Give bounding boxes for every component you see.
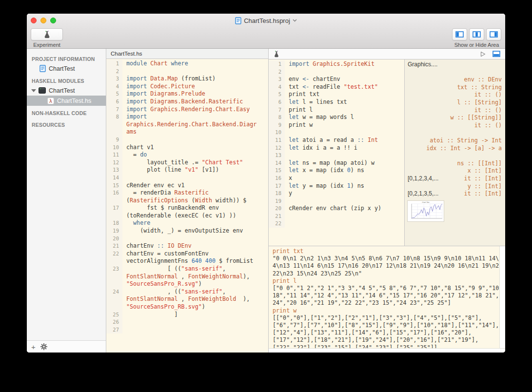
editor-tab[interactable]: ChartTest.hs bbox=[106, 49, 268, 59]
code-text[interactable]: print txt bbox=[285, 91, 404, 98]
code-text[interactable]: print l bbox=[285, 106, 404, 114]
code-text[interactable] bbox=[122, 174, 259, 182]
code-text[interactable]: import Diagrams.Prelude bbox=[122, 90, 259, 98]
code-text[interactable]: , (("sans-serif", FontSlantNormal , Font… bbox=[122, 288, 259, 311]
code-text[interactable]: x bbox=[285, 175, 404, 182]
code-text[interactable]: cRender env ec v1 bbox=[122, 182, 259, 190]
result-type: l :: [String] bbox=[457, 99, 502, 107]
editor-tab-label: ChartTest.hs bbox=[111, 51, 142, 57]
toggle-bottom-panel-button[interactable] bbox=[493, 51, 500, 57]
chart-thumbnail[interactable]: Chart Test bbox=[408, 201, 444, 221]
code-text[interactable]: (width, _) = envOutputSize env bbox=[122, 227, 259, 235]
code-text[interactable]: [ (("sans-serif", FontSlantNormal , Font… bbox=[122, 265, 259, 288]
code-text[interactable]: chart v1 bbox=[122, 144, 259, 152]
code-text[interactable]: import Diagrams.Backend.Rasterific bbox=[122, 98, 259, 106]
code-text[interactable]: = do bbox=[122, 151, 259, 159]
run-playground-button[interactable] bbox=[480, 51, 486, 57]
output-vertical-scrollbar[interactable] bbox=[499, 246, 505, 349]
code-text[interactable]: let y = map (idx 1) ns bbox=[285, 182, 404, 190]
chevron-down-icon[interactable] bbox=[293, 19, 297, 22]
code-text[interactable]: y bbox=[285, 190, 404, 197]
line-number: 11 bbox=[269, 137, 285, 144]
experiment-label: Experiment bbox=[33, 42, 60, 48]
code-text[interactable]: chartEnv :: IO DEnv bbox=[122, 242, 259, 250]
code-text[interactable]: = renderDia Rasterific (RasterificOption… bbox=[122, 189, 259, 204]
code-text[interactable]: txt <- readFile "test.txt" bbox=[285, 83, 404, 91]
line-number: 17 bbox=[106, 204, 122, 219]
sidebar-sections: PROJECT INFORMATIONChartTestHASKELL MODU… bbox=[27, 49, 106, 340]
show-hide-label: Show or Hide Area bbox=[454, 42, 499, 48]
result-row: it :: () bbox=[408, 91, 502, 99]
result-value[interactable]: [0,2,1,3,5,... bbox=[408, 190, 438, 198]
code-text[interactable]: let l = lines txt bbox=[285, 98, 404, 106]
code-text[interactable] bbox=[122, 235, 259, 243]
code-text[interactable]: let x = map (idx 0) ns bbox=[285, 167, 404, 175]
code-text[interactable]: print w bbox=[285, 121, 404, 129]
code-text[interactable] bbox=[285, 220, 404, 228]
result-row: ns :: [[Int]] bbox=[408, 160, 502, 168]
code-text[interactable] bbox=[285, 152, 404, 159]
code-text[interactable]: import Data.Map (fromList) bbox=[122, 75, 259, 83]
playground-code-area[interactable]: 1import Graphics.SpriteKit23env <- chart… bbox=[269, 59, 405, 246]
toggle-middle-area-button[interactable] bbox=[469, 28, 484, 40]
code-text[interactable] bbox=[122, 318, 259, 326]
editor-code-area[interactable]: 1module Chart where23import Data.Map (fr… bbox=[106, 59, 268, 353]
line-number: 27 bbox=[106, 326, 122, 334]
code-text[interactable] bbox=[285, 68, 404, 76]
code-text[interactable]: plot (line "v1" [v1]) bbox=[122, 166, 259, 174]
results-pane: Chart Test Graphics....env :: DEnvtxt ::… bbox=[405, 59, 505, 246]
sidebar-item-charttest-hs[interactable]: λChartTest.hs bbox=[27, 96, 106, 106]
titlebar[interactable]: ChartTest.hsproj bbox=[27, 14, 505, 27]
result-row: txt :: String bbox=[408, 84, 502, 92]
code-text[interactable] bbox=[285, 129, 404, 137]
result-value[interactable]: Graphics.... bbox=[408, 61, 437, 69]
code-text[interactable]: let ns = map (map atoi) w bbox=[285, 159, 404, 167]
line-number: 12 bbox=[269, 144, 285, 152]
code-text[interactable]: chartEnv = customFontEnv vectorAlignment… bbox=[122, 250, 259, 265]
code-text[interactable]: layout_title .= "Chart Test" bbox=[122, 159, 259, 167]
code-text[interactable]: import Graphics.Rendering.Chart.Backend.… bbox=[122, 113, 259, 136]
line-number: 6 bbox=[106, 98, 122, 106]
code-text[interactable]: module Chart where bbox=[122, 60, 259, 68]
result-row: x :: [Int] bbox=[408, 167, 502, 175]
code-text[interactable]: fst $ runBackendR env (toRenderable (exe… bbox=[122, 204, 259, 219]
toggle-left-area-button[interactable] bbox=[452, 28, 467, 40]
result-row: [0,1,2,3,4,...it :: [Int] bbox=[408, 175, 502, 183]
code-line: 7import Graphics.Rendering.Chart.Easy bbox=[106, 106, 268, 114]
code-text[interactable] bbox=[122, 68, 259, 76]
code-line: 15let x = map (idx 0) ns bbox=[269, 167, 404, 175]
disclosure-triangle-icon[interactable] bbox=[31, 89, 36, 92]
experiment-button[interactable] bbox=[31, 28, 63, 40]
code-text[interactable] bbox=[122, 136, 259, 144]
sidebar-item-charttest[interactable]: ChartTest bbox=[27, 85, 106, 96]
code-text[interactable] bbox=[285, 197, 404, 205]
gear-icon[interactable] bbox=[40, 343, 47, 350]
result-row: it :: () bbox=[408, 107, 502, 115]
code-text[interactable]: import Graphics.SpriteKit bbox=[285, 60, 404, 68]
code-line: 10chart v1 bbox=[106, 144, 268, 152]
toggle-right-area-button[interactable] bbox=[486, 28, 501, 40]
line-number: 19 bbox=[269, 197, 285, 205]
code-text[interactable] bbox=[285, 213, 404, 220]
code-text[interactable] bbox=[122, 326, 259, 334]
code-text[interactable]: import Graphics.Rendering.Chart.Easy bbox=[122, 106, 259, 114]
sidebar-item-label: ChartTest bbox=[49, 87, 75, 94]
code-line: 8let w = map words l bbox=[269, 114, 404, 121]
sidebar-item-charttest[interactable]: ChartTest bbox=[27, 63, 106, 74]
title-area[interactable]: ChartTest.hsproj bbox=[27, 14, 505, 27]
result-value[interactable]: [0,1,2,3,4,... bbox=[408, 175, 438, 183]
code-text[interactable]: let idx i a = a !! i bbox=[285, 144, 404, 152]
code-text[interactable]: where bbox=[122, 219, 259, 227]
code-line: 3env <- chartEnv bbox=[269, 76, 404, 83]
code-line: 6let l = lines txt bbox=[269, 98, 404, 106]
code-text[interactable]: cRender env chart (zip x y) bbox=[285, 205, 404, 213]
code-text[interactable]: ] bbox=[122, 311, 259, 319]
output-horizontal-scrollbar[interactable] bbox=[269, 348, 505, 353]
code-text[interactable]: let atoi a = read a :: Int bbox=[285, 137, 404, 144]
code-text[interactable]: let w = map words l bbox=[285, 114, 404, 121]
line-number: 7 bbox=[269, 106, 285, 114]
code-text[interactable]: import Codec.Picture bbox=[122, 83, 259, 91]
panel-toggle-group bbox=[452, 28, 501, 40]
add-item-button[interactable]: + bbox=[31, 343, 36, 351]
code-text[interactable]: env <- chartEnv bbox=[285, 76, 404, 83]
